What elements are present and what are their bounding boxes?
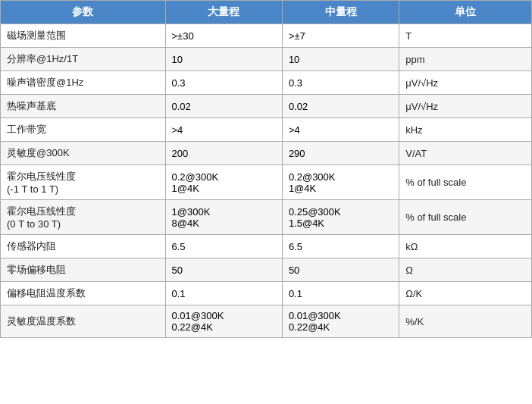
table-row: 分辨率@1Hz/1T1010ppm	[1, 48, 532, 71]
cell-medium: 0.25@300K1.5@4K	[282, 200, 399, 235]
cell-medium: 0.2@300K1@4K	[282, 165, 399, 200]
table-row: 灵敏度温度系数0.01@300K0.22@4K0.01@300K0.22@4K%…	[1, 305, 532, 338]
cell-unit: μV/√Hz	[399, 95, 532, 118]
cell-param: 噪声谱密度@1Hz	[1, 71, 166, 95]
cell-medium: 50	[282, 258, 399, 282]
cell-medium: >4	[282, 118, 399, 142]
cell-param: 零场偏移电阻	[1, 258, 166, 282]
cell-unit: % of full scale	[399, 165, 532, 200]
cell-unit: μV/√Hz	[399, 71, 532, 95]
cell-param: 热噪声基底	[1, 95, 166, 118]
cell-param: 磁场测量范围	[1, 24, 166, 48]
cell-unit: kHz	[399, 118, 532, 142]
cell-medium: 0.1	[282, 282, 399, 305]
cell-medium: 0.01@300K0.22@4K	[282, 305, 399, 338]
cell-param: 霍尔电压线性度(0 T to 30 T)	[1, 200, 166, 235]
cell-large: 200	[165, 142, 282, 165]
cell-param: 工作带宽	[1, 118, 166, 142]
cell-large: 0.02	[165, 95, 282, 118]
cell-param: 灵敏度温度系数	[1, 305, 166, 338]
table-row: 灵敏度@300K200290V/AT	[1, 142, 532, 165]
cell-unit: kΩ	[399, 235, 532, 258]
cell-param: 偏移电阻温度系数	[1, 282, 166, 305]
cell-unit: %/K	[399, 305, 532, 338]
cell-param: 分辨率@1Hz/1T	[1, 48, 166, 71]
table-row: 偏移电阻温度系数0.10.1Ω/K	[1, 282, 532, 305]
cell-unit: ppm	[399, 48, 532, 71]
cell-medium: 10	[282, 48, 399, 71]
cell-large: 0.1	[165, 282, 282, 305]
cell-large: >4	[165, 118, 282, 142]
cell-unit: Ω/K	[399, 282, 532, 305]
cell-medium: 0.02	[282, 95, 399, 118]
header-medium: 中量程	[282, 1, 399, 24]
cell-medium: >±7	[282, 24, 399, 48]
cell-unit: V/AT	[399, 142, 532, 165]
header-unit: 单位	[399, 1, 532, 24]
cell-large: 0.2@300K1@4K	[165, 165, 282, 200]
cell-medium: 290	[282, 142, 399, 165]
cell-param: 传感器内阻	[1, 235, 166, 258]
cell-medium: 0.3	[282, 71, 399, 95]
cell-param: 霍尔电压线性度(-1 T to 1 T)	[1, 165, 166, 200]
table-row: 零场偏移电阻5050Ω	[1, 258, 532, 282]
cell-param: 灵敏度@300K	[1, 142, 166, 165]
table-row: 热噪声基底0.020.02μV/√Hz	[1, 95, 532, 118]
table-row: 霍尔电压线性度(0 T to 30 T)1@300K8@4K0.25@300K1…	[1, 200, 532, 235]
cell-large: 0.3	[165, 71, 282, 95]
table-row: 噪声谱密度@1Hz0.30.3μV/√Hz	[1, 71, 532, 95]
cell-large: 6.5	[165, 235, 282, 258]
cell-large: 10	[165, 48, 282, 71]
cell-large: >±30	[165, 24, 282, 48]
cell-unit: T	[399, 24, 532, 48]
cell-large: 0.01@300K0.22@4K	[165, 305, 282, 338]
table-row: 霍尔电压线性度(-1 T to 1 T)0.2@300K1@4K0.2@300K…	[1, 165, 532, 200]
table-row: 磁场测量范围>±30>±7T	[1, 24, 532, 48]
specs-table: 参数 大量程 中量程 单位 磁场测量范围>±30>±7T分辨率@1Hz/1T10…	[0, 0, 532, 338]
cell-unit: Ω	[399, 258, 532, 282]
table-row: 传感器内阻6.56.5kΩ	[1, 235, 532, 258]
cell-unit: % of full scale	[399, 200, 532, 235]
cell-large: 1@300K8@4K	[165, 200, 282, 235]
header-large: 大量程	[165, 1, 282, 24]
cell-large: 50	[165, 258, 282, 282]
table-row: 工作带宽>4>4kHz	[1, 118, 532, 142]
cell-medium: 6.5	[282, 235, 399, 258]
header-param: 参数	[1, 1, 166, 24]
